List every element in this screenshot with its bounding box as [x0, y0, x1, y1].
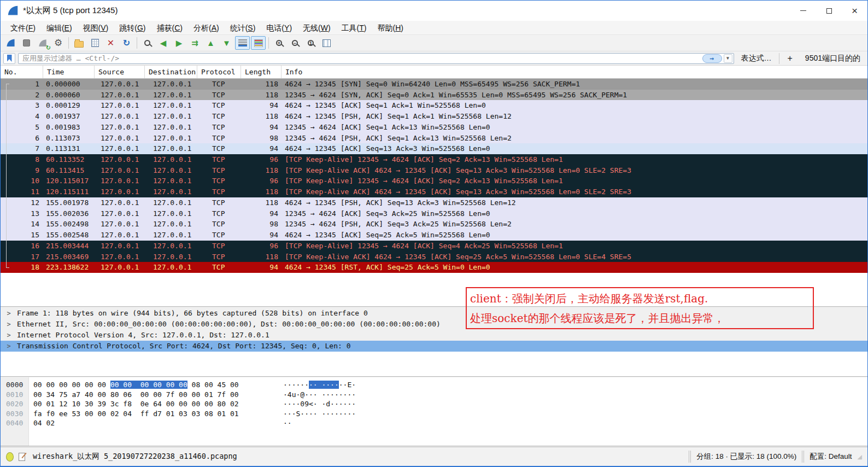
zoom-out-button[interactable]: −	[288, 36, 302, 50]
cell-time[interactable]: 215.003469	[43, 252, 95, 262]
expander-chevron-icon[interactable]: >	[1, 341, 17, 352]
cell-len[interactable]: 94	[241, 122, 281, 133]
cell-info[interactable]: 4624 → 12345 [SYN] Seq=0 Win=64240 Len=0…	[281, 79, 867, 90]
packet-row-16[interactable]: 16215.003444127.0.0.1127.0.0.1TCP96[TCP …	[1, 241, 867, 252]
cell-src[interactable]: 127.0.0.1	[95, 262, 145, 273]
cell-dst[interactable]: 127.0.0.1	[145, 111, 197, 122]
ascii-bytes[interactable]: ········ ······E·	[283, 380, 356, 390]
apply-filter-button[interactable]: →	[702, 54, 722, 63]
cell-time[interactable]: 155.002548	[43, 230, 95, 241]
cell-dst[interactable]: 127.0.0.1	[145, 165, 197, 176]
cell-no[interactable]: 18	[1, 262, 43, 273]
hex-bytes[interactable]: 04 02	[33, 418, 55, 428]
cell-no[interactable]: 2	[1, 90, 43, 101]
expression-button[interactable]: 表达式…	[737, 54, 776, 63]
hex-bytes[interactable]: 00 00 00 00 00 00 00 00 00 00 00 00 08 0…	[33, 380, 239, 390]
packet-row-18[interactable]: 18223.138622127.0.0.1127.0.0.1TCP944624 …	[1, 262, 867, 273]
cell-len[interactable]: 118	[241, 90, 281, 101]
cell-proto[interactable]: TCP	[197, 186, 241, 197]
menu-item-s[interactable]: 统计(S)	[225, 22, 261, 34]
detail-row-3[interactable]: >Internet Protocol Version 4, Src: 127.0…	[1, 330, 867, 341]
cell-src[interactable]: 127.0.0.1	[95, 100, 145, 111]
ascii-bytes[interactable]: ··	[283, 418, 292, 428]
cell-info[interactable]: [TCP Keep-Alive ACK] 4624 → 12345 [ACK] …	[281, 252, 867, 262]
cell-dst[interactable]: 127.0.0.1	[145, 122, 197, 133]
cell-no[interactable]: 8	[1, 154, 43, 165]
cell-info[interactable]: 12345 → 4624 [PSH, ACK] Seq=3 Ack=25 Win…	[281, 219, 867, 230]
hex-row-0000[interactable]: 000000 00 00 00 00 00 00 00 00 00 00 00 …	[1, 380, 867, 390]
packet-row-6[interactable]: 60.113073127.0.0.1127.0.0.1TCP9812345 → …	[1, 133, 867, 144]
menu-item-g[interactable]: 跳转(G)	[114, 22, 151, 34]
cell-len[interactable]: 96	[241, 241, 281, 252]
cell-src[interactable]: 127.0.0.1	[95, 241, 145, 252]
cell-time[interactable]: 0.000060	[43, 90, 95, 101]
cell-len[interactable]: 96	[241, 154, 281, 165]
close-file-button[interactable]: ✕	[103, 36, 118, 50]
packet-row-1[interactable]: 10.000000127.0.0.1127.0.0.1TCP1184624 → …	[1, 79, 867, 90]
restart-capture-button[interactable]: ↻	[35, 36, 50, 50]
cell-len[interactable]: 118	[241, 186, 281, 197]
cell-src[interactable]: 127.0.0.1	[95, 208, 145, 219]
resize-columns-button[interactable]	[319, 36, 334, 50]
cell-proto[interactable]: TCP	[197, 154, 241, 165]
cell-time[interactable]: 0.001937	[43, 111, 95, 122]
packet-row-9[interactable]: 960.113415127.0.0.1127.0.0.1TCP118[TCP K…	[1, 165, 867, 176]
cell-no[interactable]: 15	[1, 230, 43, 241]
cell-src[interactable]: 127.0.0.1	[95, 133, 145, 144]
save-file-button[interactable]	[87, 36, 102, 50]
menu-item-e[interactable]: 编辑(E)	[41, 22, 78, 34]
cell-len[interactable]: 118	[241, 111, 281, 122]
ascii-bytes[interactable]: ·4u·@··· ········	[283, 390, 356, 400]
cell-proto[interactable]: TCP	[197, 252, 241, 262]
cell-info[interactable]: 4624 → 12345 [ACK] Seq=25 Ack=5 Win=5255…	[281, 230, 867, 241]
hex-row-0030[interactable]: 0030fa f0 ee 53 00 00 02 04 ff d7 01 03 …	[1, 409, 867, 419]
cell-dst[interactable]: 127.0.0.1	[145, 79, 197, 90]
cell-time[interactable]: 223.138622	[43, 262, 95, 273]
packet-row-13[interactable]: 13155.002036127.0.0.1127.0.0.1TCP9412345…	[1, 208, 867, 219]
packet-row-17[interactable]: 17215.003469127.0.0.1127.0.0.1TCP118[TCP…	[1, 252, 867, 262]
display-filter-input[interactable]: 应用显示过滤器 … <Ctrl-/> → ▼	[18, 53, 734, 64]
cell-info[interactable]: 12345 → 4624 [SYN, ACK] Seq=0 Ack=1 Win=…	[281, 90, 867, 101]
profile-label[interactable]: 配置: Default	[810, 452, 852, 462]
packet-list[interactable]: 10.000000127.0.0.1127.0.0.1TCP1184624 → …	[1, 79, 867, 306]
cell-time[interactable]: 0.113131	[43, 143, 95, 154]
close-button[interactable]: ×	[842, 1, 867, 21]
menu-item-a[interactable]: 分析(A)	[188, 22, 225, 34]
maximize-button[interactable]	[816, 1, 842, 21]
cell-dst[interactable]: 127.0.0.1	[145, 252, 197, 262]
packet-row-10[interactable]: 10120.115017127.0.0.1127.0.0.1TCP96[TCP …	[1, 176, 867, 186]
expert-info-icon[interactable]	[6, 452, 14, 462]
cell-info[interactable]: [TCP Keep-Alive] 12345 → 4624 [ACK] Seq=…	[281, 241, 867, 252]
cell-dst[interactable]: 127.0.0.1	[145, 230, 197, 241]
column-header-length[interactable]: Length	[241, 66, 281, 78]
cell-info[interactable]: [TCP Keep-Alive ACK] 4624 → 12345 [ACK] …	[281, 186, 867, 197]
cell-proto[interactable]: TCP	[197, 79, 241, 90]
capture-comment-icon[interactable]	[19, 453, 25, 461]
cell-no[interactable]: 7	[1, 143, 43, 154]
cell-len[interactable]: 98	[241, 133, 281, 144]
cell-time[interactable]: 60.113415	[43, 165, 95, 176]
go-forward-button[interactable]: ▶	[172, 36, 186, 50]
cell-info[interactable]: [TCP Keep-Alive] 12345 → 4624 [ACK] Seq=…	[281, 154, 867, 165]
cell-proto[interactable]: TCP	[197, 100, 241, 111]
cell-no[interactable]: 14	[1, 219, 43, 230]
cell-no[interactable]: 3	[1, 100, 43, 111]
cell-src[interactable]: 127.0.0.1	[95, 154, 145, 165]
cell-no[interactable]: 10	[1, 176, 43, 186]
column-header-protocol[interactable]: Protocol	[197, 66, 241, 78]
cell-proto[interactable]: TCP	[197, 262, 241, 273]
cell-proto[interactable]: TCP	[197, 176, 241, 186]
cell-time[interactable]: 0.113073	[43, 133, 95, 144]
cell-no[interactable]: 17	[1, 252, 43, 262]
cell-no[interactable]: 1	[1, 79, 43, 90]
filter-dropdown-caret[interactable]: ▼	[724, 54, 732, 63]
cell-time[interactable]: 155.002036	[43, 208, 95, 219]
packet-row-14[interactable]: 14155.002498127.0.0.1127.0.0.1TCP9812345…	[1, 219, 867, 230]
packet-row-12[interactable]: 12155.001978127.0.0.1127.0.0.1TCP1184624…	[1, 197, 867, 208]
hex-row-0040[interactable]: 004004 02··	[1, 418, 867, 428]
cell-info[interactable]: [TCP Keep-Alive ACK] 4624 → 12345 [ACK] …	[281, 165, 867, 176]
cell-dst[interactable]: 127.0.0.1	[145, 186, 197, 197]
filter-bookmark-button[interactable]	[3, 53, 15, 64]
zoom-original-button[interactable]: 1	[303, 36, 318, 50]
cell-no[interactable]: 16	[1, 241, 43, 252]
